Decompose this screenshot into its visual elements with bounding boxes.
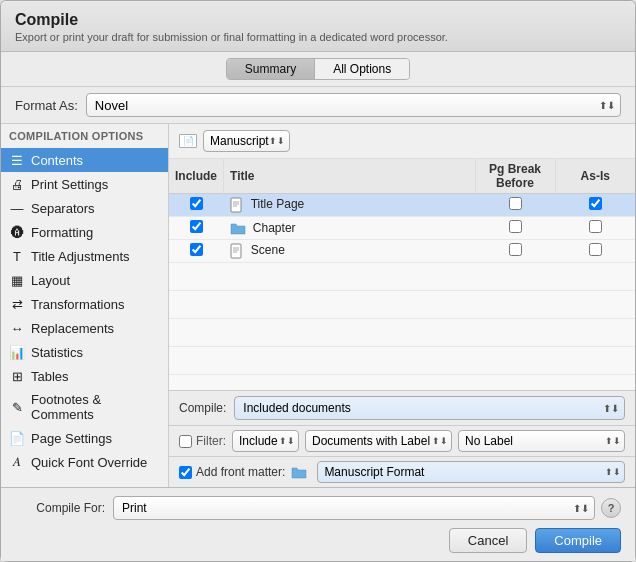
format-as-select[interactable]: Novel Novel (Standard Manuscript Format)… bbox=[86, 93, 621, 117]
filter-label[interactable]: Filter: bbox=[179, 434, 226, 448]
action-row: Cancel Compile bbox=[15, 528, 621, 553]
sidebar-label-title-adjustments: Title Adjustments bbox=[31, 249, 130, 264]
as-is-cell bbox=[555, 217, 635, 240]
sidebar-item-formatting[interactable]: 🅐 Formatting bbox=[1, 220, 168, 244]
compile-window: Compile Export or print your draft for s… bbox=[0, 0, 636, 562]
row-title-text: Title Page bbox=[251, 197, 305, 211]
svg-rect-0 bbox=[231, 198, 241, 212]
pg-break-checkbox-title-page[interactable] bbox=[509, 197, 522, 210]
front-matter-label[interactable]: Add front matter: bbox=[179, 465, 285, 479]
filter-label-select[interactable]: No Label Label 1 Label 2 bbox=[458, 430, 625, 452]
table-row[interactable]: Chapter bbox=[169, 217, 635, 240]
compile-button[interactable]: Compile bbox=[535, 528, 621, 553]
pg-break-checkbox-scene[interactable] bbox=[509, 243, 522, 256]
sidebar-label-layout: Layout bbox=[31, 273, 70, 288]
table-row-empty bbox=[169, 291, 635, 319]
filter-row: Filter: Include Exclude ⬆⬇ Documents wit… bbox=[169, 425, 635, 456]
pg-break-checkbox-chapter[interactable] bbox=[509, 220, 522, 233]
pg-break-cell bbox=[475, 240, 555, 263]
sidebar-item-replacements[interactable]: ↔ Replacements bbox=[1, 316, 168, 340]
replacements-icon: ↔ bbox=[9, 320, 25, 336]
tab-summary[interactable]: Summary bbox=[227, 59, 315, 79]
sidebar-item-title-adjustments[interactable]: T Title Adjustments bbox=[1, 244, 168, 268]
manuscript-row: 📄 Manuscript Default ⬆⬇ bbox=[169, 124, 635, 159]
table-body: Title Page bbox=[169, 194, 635, 391]
format-row: Format As: Novel Novel (Standard Manuscr… bbox=[1, 87, 635, 124]
sidebar-label-print-settings: Print Settings bbox=[31, 177, 108, 192]
sidebar-item-statistics[interactable]: 📊 Statistics bbox=[1, 340, 168, 364]
include-checkbox-chapter[interactable] bbox=[190, 220, 203, 233]
sidebar-item-quick-font-override[interactable]: 𝐴 Quick Font Override bbox=[1, 450, 168, 474]
include-cell bbox=[169, 194, 224, 217]
row-title-text: Scene bbox=[251, 243, 285, 257]
table-row-empty bbox=[169, 347, 635, 375]
tab-all-options[interactable]: All Options bbox=[315, 59, 409, 79]
as-is-checkbox-title-page[interactable] bbox=[589, 197, 602, 210]
title-bar: Compile Export or print your draft for s… bbox=[1, 1, 635, 52]
sidebar-item-footnotes-comments[interactable]: ✎ Footnotes & Comments bbox=[1, 388, 168, 426]
as-is-checkbox-scene[interactable] bbox=[589, 243, 602, 256]
front-matter-select[interactable]: Manuscript Format Short Story Format bbox=[317, 461, 625, 483]
sidebar-item-contents[interactable]: ☰ Contents bbox=[1, 148, 168, 172]
compile-for-select-wrapper: Print PDF Word (.docx) RTF Plain Text ⬆⬇ bbox=[113, 496, 595, 520]
table-row[interactable]: Title Page bbox=[169, 194, 635, 217]
layout-icon: ▦ bbox=[9, 272, 25, 288]
sidebar-item-tables[interactable]: ⊞ Tables bbox=[1, 364, 168, 388]
cancel-button[interactable]: Cancel bbox=[449, 528, 527, 553]
title-cell: Title Page bbox=[224, 194, 475, 217]
quick-font-icon: 𝐴 bbox=[9, 454, 25, 470]
tab-row: Summary All Options bbox=[1, 52, 635, 87]
sidebar-label-footnotes-comments: Footnotes & Comments bbox=[31, 392, 160, 422]
help-button[interactable]: ? bbox=[601, 498, 621, 518]
table-row-empty bbox=[169, 319, 635, 347]
filter-include-select[interactable]: Include Exclude bbox=[232, 430, 299, 452]
sidebar-item-print-settings[interactable]: 🖨 Print Settings bbox=[1, 172, 168, 196]
manuscript-select[interactable]: Manuscript Default bbox=[203, 130, 290, 152]
page-settings-icon: 📄 bbox=[9, 430, 25, 446]
sidebar-item-page-settings[interactable]: 📄 Page Settings bbox=[1, 426, 168, 450]
sidebar-label-formatting: Formatting bbox=[31, 225, 93, 240]
sidebar-item-transformations[interactable]: ⇄ Transformations bbox=[1, 292, 168, 316]
include-cell bbox=[169, 217, 224, 240]
include-checkbox-scene[interactable] bbox=[190, 243, 203, 256]
table-row-empty bbox=[169, 375, 635, 391]
filter-checkbox[interactable] bbox=[179, 435, 192, 448]
print-settings-icon: 🖨 bbox=[9, 176, 25, 192]
compile-select-row: Compile: Included documents Entire manus… bbox=[169, 390, 635, 425]
window-subtitle: Export or print your draft for submissio… bbox=[15, 31, 621, 43]
sidebar-item-separators[interactable]: — Separators bbox=[1, 196, 168, 220]
compile-select-wrapper: Included documents Entire manuscript Cur… bbox=[234, 396, 625, 420]
compile-for-select[interactable]: Print PDF Word (.docx) RTF Plain Text bbox=[113, 496, 595, 520]
formatting-icon: 🅐 bbox=[9, 224, 25, 240]
sidebar-label-quick-font: Quick Font Override bbox=[31, 455, 147, 470]
compile-select[interactable]: Included documents Entire manuscript Cur… bbox=[234, 396, 625, 420]
format-as-label: Format As: bbox=[15, 98, 78, 113]
main-content: Compilation Options ☰ Contents 🖨 Print S… bbox=[1, 124, 635, 487]
as-is-checkbox-chapter[interactable] bbox=[589, 220, 602, 233]
sidebar-item-layout[interactable]: ▦ Layout bbox=[1, 268, 168, 292]
row-title-text: Chapter bbox=[253, 221, 296, 235]
footnotes-icon: ✎ bbox=[9, 399, 25, 415]
include-checkbox-title-page[interactable] bbox=[190, 197, 203, 210]
sidebar-label-tables: Tables bbox=[31, 369, 69, 384]
col-pg-break: Pg Break Before bbox=[475, 159, 555, 194]
col-as-is: As-Is bbox=[555, 159, 635, 194]
front-matter-row: Add front matter: Manuscript Format Shor… bbox=[169, 456, 635, 487]
page-document-icon bbox=[230, 197, 244, 213]
sidebar-label-contents: Contents bbox=[31, 153, 83, 168]
tables-icon: ⊞ bbox=[9, 368, 25, 384]
sidebar-label-statistics: Statistics bbox=[31, 345, 83, 360]
separators-icon: — bbox=[9, 200, 25, 216]
table-row-empty bbox=[169, 263, 635, 291]
front-matter-checkbox[interactable] bbox=[179, 466, 192, 479]
filter-documents-select[interactable]: Documents with Label Documents with Stat… bbox=[305, 430, 452, 452]
filter-label-wrapper: No Label Label 1 Label 2 ⬆⬇ bbox=[458, 430, 625, 452]
manuscript-select-wrapper: Manuscript Default ⬆⬇ bbox=[203, 130, 290, 152]
content-table: Include Title Pg Break Before As-Is bbox=[169, 159, 635, 390]
sidebar-label-transformations: Transformations bbox=[31, 297, 124, 312]
statistics-icon: 📊 bbox=[9, 344, 25, 360]
sidebar-label-page-settings: Page Settings bbox=[31, 431, 112, 446]
contents-icon: ☰ bbox=[9, 152, 25, 168]
front-matter-select-wrapper: Manuscript Format Short Story Format ⬆⬇ bbox=[317, 461, 625, 483]
table-row[interactable]: Scene bbox=[169, 240, 635, 263]
